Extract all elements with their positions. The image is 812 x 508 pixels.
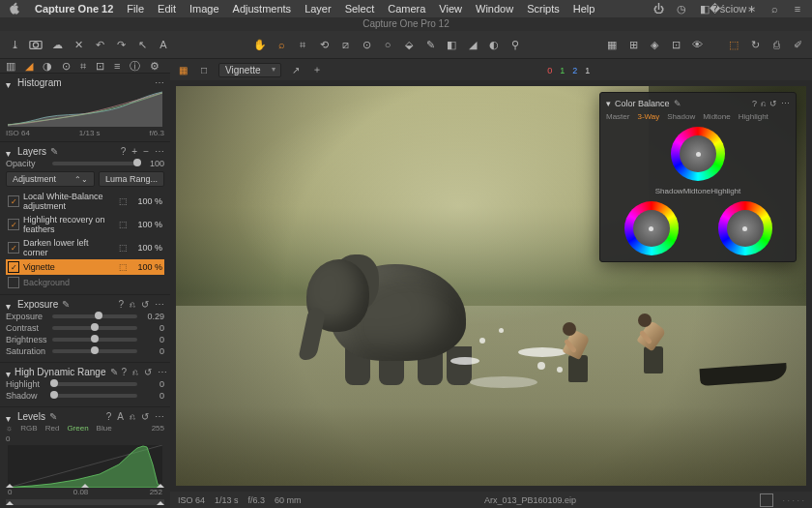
print-icon[interactable]: ⎙ [769,38,783,51]
pan-icon[interactable]: ✋ [253,38,267,51]
cloud-icon[interactable]: ☁ [50,38,64,51]
panel-help-icon[interactable]: ? [121,146,127,157]
menu-adjustments[interactable]: Adjustments [233,3,292,15]
panel-remove-icon[interactable]: − [143,146,149,157]
layer-checkbox[interactable] [8,219,19,230]
menu-view[interactable]: View [439,3,462,15]
apple-icon[interactable] [8,2,21,15]
panel-menu-icon[interactable]: ⋯ [158,367,167,377]
menu-image[interactable]: Image [189,3,219,15]
cb-tab-3way[interactable]: 3-Way [637,112,659,121]
panel-copy-icon[interactable]: ⎌ [761,99,766,108]
exposure-value[interactable]: 0.29 [141,312,164,321]
opacity-value[interactable]: 100 [141,159,164,168]
rotate-cw-icon[interactable]: ↻ [748,38,762,51]
levels-graph[interactable] [6,445,164,488]
levels-output-slider[interactable] [6,499,164,505]
radial-icon[interactable]: ◐ [487,38,501,51]
exposure-tab-icon[interactable]: ◢ [25,59,33,73]
eraser-icon[interactable]: ◧ [445,38,458,51]
cursor-icon[interactable]: ↖ [135,38,149,51]
layer-checkbox[interactable] [8,195,19,207]
image-canvas[interactable]: ▾Color Balance✎?⎌↺⋯ Master 3-Way Shadow … [176,86,806,486]
menu-file[interactable]: File [127,3,144,15]
levels-tab-blue[interactable]: Blue [97,424,112,433]
menu-window[interactable]: Window [476,3,513,15]
saturation-slider[interactable] [52,349,137,353]
details-tab-icon[interactable]: ⊡ [96,59,104,73]
bluetooth-icon[interactable]: ∗ [744,2,758,15]
proof-icon[interactable]: 👁 [690,38,704,51]
layer-dropdown[interactable]: Vignette [218,63,281,77]
shadow-slider[interactable] [52,394,137,398]
close-icon[interactable]: ✕ [72,38,85,51]
keystone-icon[interactable]: ⧄ [338,38,352,51]
levels-tab-rgb[interactable]: RGB [20,424,37,433]
output-tab-icon[interactable]: ⚙ [150,59,160,73]
cb-tab-highlight[interactable]: Highlight [739,112,768,121]
chevron-down-icon[interactable]: ▾ [6,413,14,421]
adjust-tab-icon[interactable]: ≡ [114,59,120,73]
layer-checkbox[interactable] [8,261,19,273]
layer-mask-icon[interactable]: ⬚ [119,262,128,272]
panel-reset-icon[interactable]: ↺ [141,411,149,422]
undo-icon[interactable]: ↶ [93,38,106,51]
rotate-icon[interactable]: ⟲ [317,38,331,51]
viewer-grid-icon[interactable]: ▦ [176,63,189,76]
color-tab-icon[interactable]: ◑ [43,59,52,73]
layer-mask-icon[interactable]: ⬚ [119,243,128,253]
layer-item[interactable]: Highlight recovery on feathers⬚100 % [6,213,164,236]
menu-select[interactable]: Select [345,3,375,15]
picker-icon[interactable]: ⚲ [508,38,522,51]
redo-icon[interactable]: ↷ [114,38,128,51]
grid-icon[interactable]: ▦ [605,38,619,51]
levels-tab-green[interactable]: Green [67,424,88,433]
viewer-add-icon[interactable]: ＋ [310,63,324,76]
highlight-slider[interactable] [52,382,137,386]
layer-checkbox[interactable] [8,242,19,254]
search-icon[interactable]: ⌕ [768,2,781,15]
brightness-value[interactable]: 0 [141,335,164,344]
exposure-slider[interactable] [52,314,137,318]
panel-reset-icon[interactable]: ↺ [141,299,149,310]
menu-extra-icon[interactable]: ≡ [791,2,804,15]
levels-out-max[interactable]: 252 [150,488,162,496]
layer-mask-icon[interactable]: ⬚ [119,196,128,206]
layer-item-selected[interactable]: Vignette⬚100 % [6,259,164,275]
clipping-icon[interactable]: ◈ [648,38,661,51]
camera-icon[interactable] [29,38,43,51]
status-rating[interactable]: · · · · · [783,495,805,505]
levels-out-mid[interactable]: 0.08 [73,488,89,496]
panel-menu-icon[interactable]: ⋯ [155,146,164,157]
power-icon[interactable]: ⏻ [652,2,665,15]
panel-menu-icon[interactable]: ⋯ [155,299,164,310]
opacity-slider[interactable] [52,162,137,165]
gradient-icon[interactable]: ◢ [466,38,479,51]
chevron-down-icon[interactable]: ▾ [6,148,14,156]
panel-reset-icon[interactable]: ↺ [769,99,777,108]
highlight-value[interactable]: 0 [141,379,164,389]
panel-help-icon[interactable]: ? [752,99,757,108]
chevron-down-icon[interactable]: ▾ [606,99,611,108]
library-tab-icon[interactable]: ▥ [6,59,15,73]
saturation-value[interactable]: 0 [141,346,164,356]
layer-item[interactable]: Background [6,275,164,290]
contrast-slider[interactable] [52,326,137,330]
cb-tab-shadow[interactable]: Shadow [667,112,695,121]
levels-tab-red[interactable]: Red [45,424,60,433]
cb-wheel-highlight[interactable] [718,201,772,255]
panel-help-icon[interactable]: ? [122,367,128,377]
panel-reset-icon[interactable]: ↺ [144,367,152,377]
menu-help[interactable]: Help [573,3,595,15]
menu-layer[interactable]: Layer [304,3,332,15]
panel-auto-icon[interactable]: A [117,411,124,422]
edit-icon[interactable]: ✐ [791,38,804,51]
cb-wheel-shadow[interactable] [624,201,679,255]
panel-help-icon[interactable]: ? [106,411,112,422]
focus-icon[interactable]: ⊡ [669,38,682,51]
panel-menu-icon[interactable]: ⋯ [155,411,164,422]
chevron-down-icon[interactable]: ▾ [6,369,11,376]
luma-range-button[interactable]: Luma Rang... [99,171,164,187]
status-color-tag[interactable] [760,493,773,507]
layer-item[interactable]: Local White-Balance adjustment⬚100 % [6,190,164,213]
